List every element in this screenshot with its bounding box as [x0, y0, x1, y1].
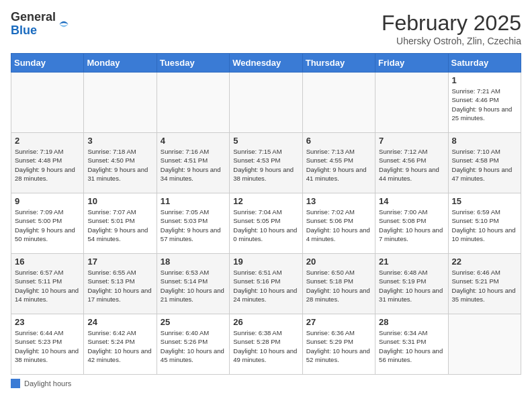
day-info: Sunrise: 7:07 AM Sunset: 5:01 PM Dayligh…	[87, 208, 152, 243]
day-info: Sunrise: 7:04 AM Sunset: 5:05 PM Dayligh…	[233, 208, 298, 243]
calendar-cell: 17Sunrise: 6:55 AM Sunset: 5:13 PM Dayli…	[84, 254, 157, 314]
week-row-3: 9Sunrise: 7:09 AM Sunset: 5:00 PM Daylig…	[11, 193, 521, 254]
day-number: 23	[15, 317, 80, 327]
day-info: Sunrise: 6:50 AM Sunset: 5:18 PM Dayligh…	[306, 268, 371, 304]
day-number: 26	[233, 317, 298, 327]
day-number: 18	[161, 257, 226, 267]
day-info: Sunrise: 6:34 AM Sunset: 5:31 PM Dayligh…	[379, 328, 444, 364]
calendar-cell: 25Sunrise: 6:40 AM Sunset: 5:26 PM Dayli…	[157, 314, 229, 375]
calendar-cell: 24Sunrise: 6:42 AM Sunset: 5:24 PM Dayli…	[84, 314, 157, 375]
day-number: 19	[233, 257, 298, 267]
day-info: Sunrise: 7:02 AM Sunset: 5:06 PM Dayligh…	[306, 208, 371, 243]
day-number: 14	[379, 196, 444, 206]
day-info: Sunrise: 6:53 AM Sunset: 5:14 PM Dayligh…	[161, 268, 226, 304]
day-info: Sunrise: 7:13 AM Sunset: 4:55 PM Dayligh…	[306, 147, 371, 183]
title-block: February 2025 Uhersky Ostroh, Zlin, Czec…	[382, 11, 521, 46]
logo-text: General Blue	[11, 11, 56, 38]
calendar-cell	[157, 73, 229, 133]
day-info: Sunrise: 7:09 AM Sunset: 5:00 PM Dayligh…	[15, 208, 80, 243]
calendar-cell: 13Sunrise: 7:02 AM Sunset: 5:06 PM Dayli…	[302, 193, 375, 254]
day-number: 2	[15, 136, 80, 146]
day-info: Sunrise: 6:59 AM Sunset: 5:10 PM Dayligh…	[452, 208, 517, 243]
day-number: 28	[379, 317, 444, 327]
calendar-table: SundayMondayTuesdayWednesdayThursdayFrid…	[11, 53, 521, 375]
calendar-cell: 5Sunrise: 7:15 AM Sunset: 4:53 PM Daylig…	[230, 133, 302, 193]
day-number: 21	[379, 257, 444, 267]
calendar-cell: 21Sunrise: 6:48 AM Sunset: 5:19 PM Dayli…	[375, 254, 448, 314]
day-number: 5	[233, 136, 298, 146]
weekday-thursday: Thursday	[302, 54, 375, 73]
calendar-cell: 10Sunrise: 7:07 AM Sunset: 5:01 PM Dayli…	[84, 193, 157, 254]
week-row-5: 23Sunrise: 6:44 AM Sunset: 5:23 PM Dayli…	[11, 314, 521, 375]
weekday-monday: Monday	[84, 54, 157, 73]
calendar-cell: 23Sunrise: 6:44 AM Sunset: 5:23 PM Dayli…	[11, 314, 84, 375]
week-row-4: 16Sunrise: 6:57 AM Sunset: 5:11 PM Dayli…	[11, 254, 521, 314]
calendar-cell: 8Sunrise: 7:10 AM Sunset: 4:58 PM Daylig…	[448, 133, 521, 193]
calendar-cell: 6Sunrise: 7:13 AM Sunset: 4:55 PM Daylig…	[302, 133, 375, 193]
calendar-cell: 2Sunrise: 7:19 AM Sunset: 4:48 PM Daylig…	[11, 133, 84, 193]
legend-label: Daylight hours	[24, 379, 71, 387]
calendar-cell: 9Sunrise: 7:09 AM Sunset: 5:00 PM Daylig…	[11, 193, 84, 254]
calendar-cell: 11Sunrise: 7:05 AM Sunset: 5:03 PM Dayli…	[157, 193, 229, 254]
weekday-wednesday: Wednesday	[230, 54, 302, 73]
calendar-cell	[230, 73, 302, 133]
day-number: 20	[306, 257, 371, 267]
day-info: Sunrise: 7:10 AM Sunset: 4:58 PM Dayligh…	[452, 147, 517, 183]
calendar-cell: 26Sunrise: 6:38 AM Sunset: 5:28 PM Dayli…	[230, 314, 302, 375]
weekday-header-row: SundayMondayTuesdayWednesdayThursdayFrid…	[11, 54, 521, 73]
day-info: Sunrise: 7:15 AM Sunset: 4:53 PM Dayligh…	[233, 147, 298, 183]
day-info: Sunrise: 6:48 AM Sunset: 5:19 PM Dayligh…	[379, 268, 444, 304]
legend-box	[11, 379, 20, 388]
day-number: 11	[161, 196, 226, 206]
day-number: 15	[452, 196, 517, 206]
calendar-cell: 3Sunrise: 7:18 AM Sunset: 4:50 PM Daylig…	[84, 133, 157, 193]
day-number: 8	[452, 136, 517, 146]
day-number: 1	[452, 75, 517, 85]
page-header: General Blue February 2025 Uhersky Ostro…	[11, 11, 521, 46]
day-number: 4	[161, 136, 226, 146]
day-info: Sunrise: 7:19 AM Sunset: 4:48 PM Dayligh…	[15, 147, 80, 183]
calendar-cell: 14Sunrise: 7:00 AM Sunset: 5:08 PM Dayli…	[375, 193, 448, 254]
day-info: Sunrise: 6:38 AM Sunset: 5:28 PM Dayligh…	[233, 328, 298, 364]
calendar-cell: 19Sunrise: 6:51 AM Sunset: 5:16 PM Dayli…	[230, 254, 302, 314]
weekday-tuesday: Tuesday	[157, 54, 229, 73]
day-info: Sunrise: 6:42 AM Sunset: 5:24 PM Dayligh…	[87, 328, 152, 364]
calendar-body: 1Sunrise: 7:21 AM Sunset: 4:46 PM Daylig…	[11, 73, 521, 375]
calendar-cell	[375, 73, 448, 133]
logo: General Blue	[11, 11, 71, 38]
weekday-saturday: Saturday	[448, 54, 521, 73]
day-number: 13	[306, 196, 371, 206]
calendar-cell: 28Sunrise: 6:34 AM Sunset: 5:31 PM Dayli…	[375, 314, 448, 375]
day-number: 22	[452, 257, 517, 267]
day-number: 7	[379, 136, 444, 146]
calendar-cell: 12Sunrise: 7:04 AM Sunset: 5:05 PM Dayli…	[230, 193, 302, 254]
calendar-cell	[302, 73, 375, 133]
day-number: 3	[87, 136, 152, 146]
day-number: 10	[87, 196, 152, 206]
week-row-1: 1Sunrise: 7:21 AM Sunset: 4:46 PM Daylig…	[11, 73, 521, 133]
day-info: Sunrise: 6:51 AM Sunset: 5:16 PM Dayligh…	[233, 268, 298, 304]
calendar-cell: 18Sunrise: 6:53 AM Sunset: 5:14 PM Dayli…	[157, 254, 229, 314]
day-info: Sunrise: 6:44 AM Sunset: 5:23 PM Dayligh…	[15, 328, 80, 364]
calendar-cell	[448, 314, 521, 375]
day-info: Sunrise: 6:57 AM Sunset: 5:11 PM Dayligh…	[15, 268, 80, 304]
calendar-cell: 1Sunrise: 7:21 AM Sunset: 4:46 PM Daylig…	[448, 73, 521, 133]
weekday-friday: Friday	[375, 54, 448, 73]
calendar-cell: 7Sunrise: 7:12 AM Sunset: 4:56 PM Daylig…	[375, 133, 448, 193]
day-info: Sunrise: 6:36 AM Sunset: 5:29 PM Dayligh…	[306, 328, 371, 364]
day-number: 17	[87, 257, 152, 267]
day-info: Sunrise: 6:46 AM Sunset: 5:21 PM Dayligh…	[452, 268, 517, 304]
subtitle: Uhersky Ostroh, Zlin, Czechia	[382, 36, 521, 46]
day-number: 24	[87, 317, 152, 327]
day-number: 25	[161, 317, 226, 327]
calendar-cell: 22Sunrise: 6:46 AM Sunset: 5:21 PM Dayli…	[448, 254, 521, 314]
day-number: 12	[233, 196, 298, 206]
legend: Daylight hours	[11, 379, 521, 388]
day-info: Sunrise: 7:16 AM Sunset: 4:51 PM Dayligh…	[161, 147, 226, 183]
weekday-sunday: Sunday	[11, 54, 84, 73]
week-row-2: 2Sunrise: 7:19 AM Sunset: 4:48 PM Daylig…	[11, 133, 521, 193]
calendar-cell: 27Sunrise: 6:36 AM Sunset: 5:29 PM Dayli…	[302, 314, 375, 375]
day-info: Sunrise: 6:40 AM Sunset: 5:26 PM Dayligh…	[161, 328, 226, 364]
day-info: Sunrise: 7:18 AM Sunset: 4:50 PM Dayligh…	[87, 147, 152, 183]
day-number: 9	[15, 196, 80, 206]
